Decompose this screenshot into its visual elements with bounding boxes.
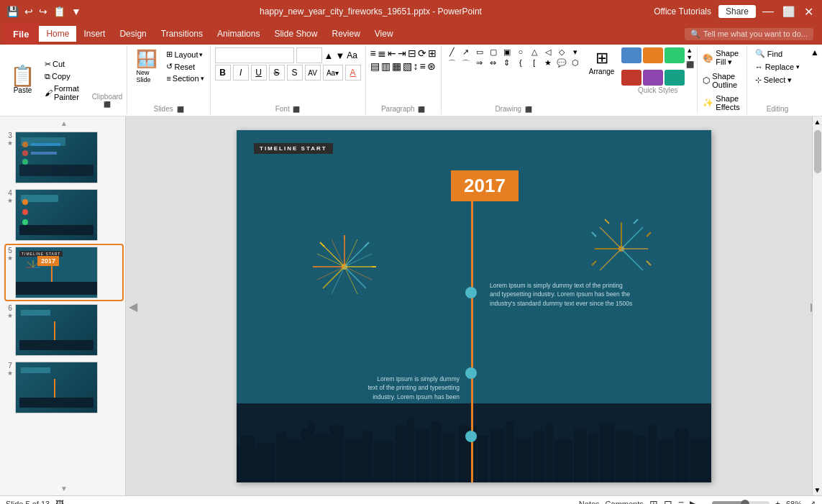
scrollbar-thumb[interactable] (814, 130, 821, 173)
zoom-out-icon[interactable]: - (703, 499, 706, 505)
columns-icon[interactable]: ⊟ (408, 47, 416, 59)
zoom-thumb[interactable] (741, 500, 749, 505)
line-spacing-icon[interactable]: ↕ (414, 60, 419, 72)
comments-button[interactable]: Comments (606, 500, 644, 505)
replace-button[interactable]: ↔ Replace ▾ (753, 61, 802, 73)
qs-3[interactable] (665, 47, 685, 63)
undo-icon[interactable]: ↩ (22, 4, 35, 19)
shape-outline-button[interactable]: ⬡ Shape Outline (700, 70, 741, 91)
vertical-scrollbar[interactable]: ▲ ▼ (812, 116, 822, 495)
font-name-input[interactable] (215, 47, 294, 63)
darrow-icon[interactable]: ⇔ (487, 58, 500, 69)
paste-button[interactable]: 📋 Paste (4, 63, 41, 97)
bold-button[interactable]: B (215, 65, 231, 81)
qs-2[interactable] (643, 47, 663, 63)
expand-clipboard-icon[interactable]: ⬛ (104, 101, 111, 108)
close-icon[interactable]: ✕ (800, 5, 816, 19)
italic-button[interactable]: I (233, 65, 249, 81)
reading-view-icon[interactable]: ≡ (678, 498, 684, 505)
change-case-button[interactable]: Aa▾ (323, 65, 343, 81)
brace-icon[interactable]: { (514, 58, 527, 69)
rect2-shape-icon[interactable]: ▢ (487, 47, 500, 57)
normal-view-icon[interactable]: ⊞ (649, 498, 658, 505)
slide-canvas[interactable]: TIMELINE START 2017 Lorem Ipsum is simpl… (237, 130, 711, 482)
clear-format-icon[interactable]: Aa (347, 50, 357, 60)
convert-smartart-icon[interactable]: ⊞ (428, 47, 437, 59)
curve-icon[interactable]: ⌒ (446, 58, 459, 69)
format-painter-button[interactable]: 🖌 Format Painter (42, 83, 89, 102)
tab-review[interactable]: Review (324, 26, 367, 42)
save-icon[interactable]: 💾 (4, 4, 21, 19)
decrease-font-icon[interactable]: ▼ (335, 50, 344, 61)
align-text-icon[interactable]: ≡ (420, 60, 426, 72)
oval-icon[interactable]: ○ (514, 47, 527, 57)
shadow-button[interactable]: S (287, 65, 303, 81)
tab-animations[interactable]: Animations (210, 26, 267, 42)
slide-sorter-icon[interactable]: ⊟ (664, 498, 672, 505)
search-box[interactable]: 🔍 Tell me what you want to do... (685, 28, 813, 40)
file-menu[interactable]: File (3, 23, 39, 45)
more2-shapes-icon[interactable]: ⬡ (569, 58, 582, 69)
smartart-icon[interactable]: ⊛ (427, 60, 436, 72)
restore-icon[interactable]: ⬜ (780, 6, 796, 17)
triangle-icon[interactable]: △ (528, 47, 541, 57)
expand-font-icon[interactable]: ⬛ (293, 106, 300, 113)
new-slide-button[interactable]: 🪟 New Slide (132, 47, 162, 85)
arrow2-icon[interactable]: ⇒ (473, 58, 486, 69)
diamond-icon[interactable]: ◇ (555, 47, 568, 57)
uarrow-icon[interactable]: ⇕ (501, 58, 513, 69)
align-left-icon[interactable]: ▤ (370, 60, 380, 72)
tab-slideshow[interactable]: Slide Show (267, 26, 324, 42)
share-button[interactable]: Share (718, 5, 756, 18)
dropdown-icon[interactable]: ▼ (69, 4, 83, 19)
collapse-ribbon-button[interactable]: ▲ (808, 46, 822, 114)
callout-icon[interactable]: 💬 (555, 58, 568, 69)
numbering-icon[interactable]: ≣ (378, 47, 386, 59)
font-color-button[interactable]: A (345, 65, 361, 81)
align-center-icon[interactable]: ▥ (381, 60, 391, 72)
notes-button[interactable]: Notes (579, 500, 600, 505)
more-shapes-icon[interactable]: ▾ (569, 47, 582, 57)
shape-effects-button[interactable]: ✨ Shape Effects (700, 93, 741, 113)
zoom-in-icon[interactable]: + (775, 499, 780, 505)
slide-3-thumbnail[interactable]: 3 ★ (6, 130, 122, 185)
qs-down-icon[interactable]: ▼ (686, 55, 694, 61)
expand-drawing-icon[interactable]: ⬛ (525, 106, 532, 113)
canvas-scroll-left[interactable]: ◀ (129, 299, 137, 313)
qs-up-icon[interactable]: ▲ (686, 47, 694, 54)
tab-transitions[interactable]: Transitions (154, 26, 210, 42)
slide-7-thumbnail[interactable]: 7 ★ (6, 360, 122, 415)
line-shape-icon[interactable]: ╱ (446, 47, 459, 57)
qs-more-icon[interactable]: ⬛ (686, 62, 694, 68)
cut-button[interactable]: ✂ Cut (42, 59, 89, 70)
rect-shape-icon[interactable]: ▭ (473, 47, 486, 57)
reset-button[interactable]: ↺ Reset (165, 61, 205, 72)
star-icon[interactable]: ★ (542, 58, 554, 69)
expand-slides-icon[interactable]: ⬛ (177, 106, 184, 113)
tab-home[interactable]: Home (39, 26, 76, 42)
qs-1[interactable] (621, 47, 641, 63)
round-rect-icon[interactable]: ▣ (501, 47, 513, 57)
underline-button[interactable]: U (251, 65, 267, 81)
expand-paragraph-icon[interactable]: ⬛ (418, 106, 425, 113)
tab-design[interactable]: Design (112, 26, 153, 42)
scroll-bottom-arrow[interactable]: ▼ (813, 485, 822, 495)
shape-fill-button[interactable]: 🎨 Shape Fill ▾ (700, 47, 741, 68)
layout-button[interactable]: ⊞ Layout ▾ (165, 49, 205, 60)
scroll-up-button[interactable]: ▲ (6, 119, 122, 127)
tab-insert[interactable]: Insert (76, 26, 112, 42)
tab-view[interactable]: View (367, 26, 401, 42)
copy-button[interactable]: ⧉ Copy (42, 71, 89, 82)
qs-4[interactable] (621, 70, 641, 86)
bullets-icon[interactable]: ≡ (370, 47, 376, 59)
char-spacing-button[interactable]: AV (305, 65, 321, 81)
arrange-button[interactable]: ⊞ Arrange (585, 47, 619, 113)
align-right-icon[interactable]: ▦ (392, 60, 401, 72)
customize-icon[interactable]: 📋 (51, 4, 68, 19)
fit-slide-icon[interactable]: ⤢ (808, 498, 816, 505)
scroll-top-arrow[interactable]: ▲ (813, 116, 822, 127)
justify-icon[interactable]: ▧ (403, 60, 412, 72)
increase-font-icon[interactable]: ▲ (324, 50, 334, 61)
select-button[interactable]: ⊹ Select ▾ (753, 74, 802, 86)
scroll-down-button[interactable]: ▼ (6, 485, 122, 492)
